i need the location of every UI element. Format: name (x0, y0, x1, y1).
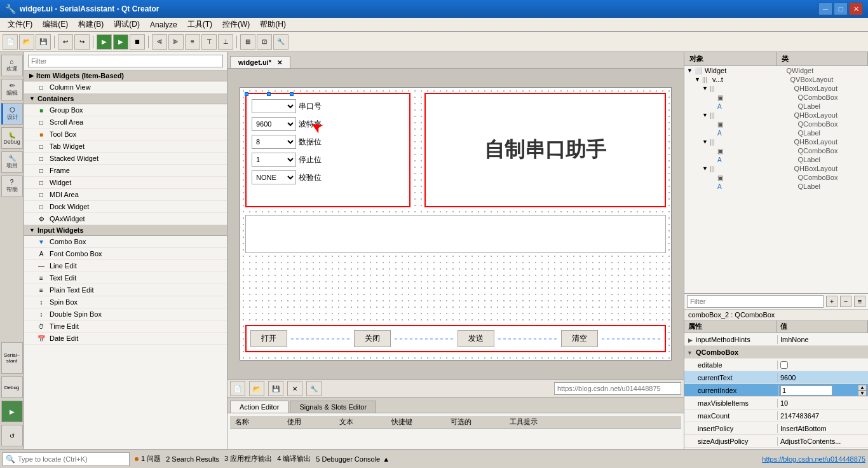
props-config-btn[interactable]: ≡ (854, 296, 865, 307)
widget-spin-box[interactable]: ↕ Spin Box (24, 296, 227, 308)
design-canvas[interactable]: 自制串口助手 串口号 ➤ (240, 87, 672, 361)
prop-value[interactable]: ▲ ▼ (778, 385, 868, 396)
tree-row-vbox[interactable]: ▼ ||| v...t QVBoxLayout (684, 75, 868, 84)
file-tab-close[interactable]: ✕ (277, 59, 282, 66)
status-app-output[interactable]: 3 应用程序输出 (224, 454, 272, 464)
tree-row-hbox1[interactable]: ▼ ||| QHBoxLayout (684, 84, 868, 93)
section-containers[interactable]: ▼ Containers (24, 93, 227, 104)
status-search[interactable]: 2 Search Results (166, 455, 219, 463)
baud-select[interactable]: 9600 (252, 117, 296, 131)
section-item-widgets[interactable]: ▶ Item Widgets (Item-Based) (24, 71, 227, 81)
left-icon-run[interactable]: ▶ (1, 401, 23, 422)
toolbar-wrench[interactable]: 🔧 (273, 34, 288, 50)
text-display-area[interactable] (245, 215, 666, 253)
tree-row-widget[interactable]: ▼ ⬜ Widget QWidget (684, 66, 868, 75)
toolbar-align-top[interactable]: ⊤ (201, 34, 217, 50)
status-debugger[interactable]: 5 Debugger Console ▲ (316, 455, 390, 463)
left-icon-help[interactable]: ? 帮助 (1, 176, 23, 197)
filter-input[interactable] (28, 55, 223, 67)
close-button[interactable]: ✕ (849, 3, 863, 15)
prop-row-maxvisible[interactable]: maxVisibleItems 10 (684, 397, 868, 410)
editable-checkbox[interactable] (780, 361, 788, 369)
left-icon-debug2[interactable]: Debug (1, 376, 23, 398)
widget-font-combo-box[interactable]: A Font Combo Box (24, 248, 227, 260)
widget-text-edit[interactable]: ≡ Text Edit (24, 272, 227, 284)
toolbar-align-right[interactable]: ≡ (185, 34, 200, 50)
toolbar-new[interactable]: 📄 (3, 34, 18, 50)
widget-time-edit[interactable]: ⏱ Time Edit (24, 320, 227, 333)
left-icon-welcome[interactable]: ⌂ 欢迎 (1, 55, 23, 76)
tree-row-hbox2[interactable]: ▼ ||| QHBoxLayout (684, 111, 868, 120)
left-icon-reset[interactable]: ↺ (1, 425, 23, 446)
toolbar-align-bottom[interactable]: ⊥ (218, 34, 233, 50)
tree-row-combo1[interactable]: ▣ QComboBox (684, 93, 868, 102)
bottom-filter-input[interactable] (554, 382, 681, 395)
tree-row-hbox4[interactable]: ▼ ||| QHBoxLayout (684, 164, 868, 173)
left-icon-debug[interactable]: 🐛 Debug (1, 127, 23, 149)
stop-select[interactable]: 1 (252, 153, 296, 167)
data-select[interactable]: 8 (252, 135, 296, 149)
menu-file[interactable]: 文件(F) (3, 18, 37, 31)
prop-value[interactable] (777, 361, 868, 369)
tree-row-label3[interactable]: A QLabel (684, 155, 868, 164)
widget-mdi-area[interactable]: □ MDI Area (24, 189, 227, 201)
toolbar-grid[interactable]: ⊞ (240, 34, 255, 50)
bottom-tb-wrench[interactable]: 🔧 (306, 381, 322, 396)
send-button[interactable]: 发送 (458, 330, 494, 347)
toolbar-align-left[interactable]: ⫷ (152, 34, 167, 50)
widget-date-edit[interactable]: 📅 Date Edit (24, 333, 227, 345)
tree-row-label2[interactable]: A QLabel (684, 128, 868, 137)
props-add-btn[interactable]: + (826, 296, 837, 307)
status-compile[interactable]: 4 编译输出 (277, 454, 311, 464)
bottom-tb-new[interactable]: 📄 (230, 381, 245, 396)
parity-select[interactable]: NONE (252, 170, 296, 184)
props-remove-btn[interactable]: − (840, 296, 851, 307)
menu-widgets[interactable]: 控件(W) (217, 18, 255, 31)
widget-tool-box[interactable]: ■ Tool Box (24, 128, 227, 141)
open-button[interactable]: 打开 (250, 330, 287, 347)
bottom-tb-open[interactable]: 📂 (249, 381, 264, 396)
left-icon-design[interactable]: ⬡ 设计 (1, 103, 23, 125)
widget-combo-box[interactable]: ▼ Combo Box (24, 236, 227, 248)
widget-tab-widget[interactable]: □ Tab Widget (24, 141, 227, 153)
widget-scroll-area[interactable]: □ Scroll Area (24, 116, 227, 128)
menu-build[interactable]: 构建(B) (73, 18, 109, 31)
toolbar-run[interactable]: ▶ (97, 34, 112, 50)
clear-button[interactable]: 清空 (561, 330, 598, 347)
tab-action-editor[interactable]: Action Editor (230, 401, 288, 413)
tree-row-combo2[interactable]: ▣ QComboBox (684, 120, 868, 128)
tree-row-combo3[interactable]: ▣ QComboBox (684, 146, 868, 155)
tree-row-label1[interactable]: A QLabel (684, 102, 868, 111)
toolbar-form[interactable]: ⊡ (257, 34, 272, 50)
toolbar-debug[interactable]: ▶ (113, 34, 128, 50)
prop-row-insertpolicy[interactable]: insertPolicy InsertAtBottom (684, 422, 868, 435)
tree-row-label4[interactable]: A QLabel (684, 182, 868, 191)
menu-analyze[interactable]: Analyze (145, 19, 182, 31)
tab-signals-slots[interactable]: Signals & Slots Editor (290, 401, 376, 413)
spin-up[interactable]: ▲ (858, 385, 867, 390)
left-icon-edit[interactable]: ✏ 编辑 (1, 79, 23, 100)
canvas-area[interactable]: 自制串口助手 串口号 ➤ (227, 69, 684, 379)
spin-down[interactable]: ▼ (858, 390, 867, 396)
widget-qax[interactable]: ⚙ QAxWidget (24, 213, 227, 225)
widget-double-spin-box[interactable]: ↕ Double Spin Box (24, 308, 227, 320)
widget-frame[interactable]: □ Frame (24, 165, 227, 177)
widget-group-box[interactable]: ■ Group Box (24, 104, 227, 116)
port-select[interactable] (252, 99, 296, 113)
widget-plain-text-edit[interactable]: ≡ Plain Text Edit (24, 284, 227, 296)
prop-row-inputmethod[interactable]: ▶ inputMethodHints ImhNone (684, 333, 868, 346)
toolbar-stop[interactable]: ⏹ (130, 34, 145, 50)
prop-row-maxcount[interactable]: maxCount 2147483647 (684, 410, 868, 422)
toolbar-open[interactable]: 📂 (19, 34, 34, 50)
prop-row-currenttext[interactable]: currentText 9600 (684, 371, 868, 384)
tree-row-hbox3[interactable]: ▼ ||| QHBoxLayout (684, 137, 868, 146)
close-button[interactable]: 关闭 (354, 330, 391, 347)
toolbar-save[interactable]: 💾 (36, 34, 51, 50)
status-problems[interactable]: 1 问题 (135, 454, 161, 464)
menu-help[interactable]: 帮助(H) (255, 18, 291, 31)
widget-column-view[interactable]: □ Column View (24, 81, 227, 93)
widget-widget[interactable]: □ Widget (24, 177, 227, 189)
menu-edit[interactable]: 编辑(E) (37, 18, 73, 31)
menu-debug[interactable]: 调试(D) (109, 18, 145, 31)
left-icon-projects[interactable]: 🔧 项目 (1, 151, 23, 173)
